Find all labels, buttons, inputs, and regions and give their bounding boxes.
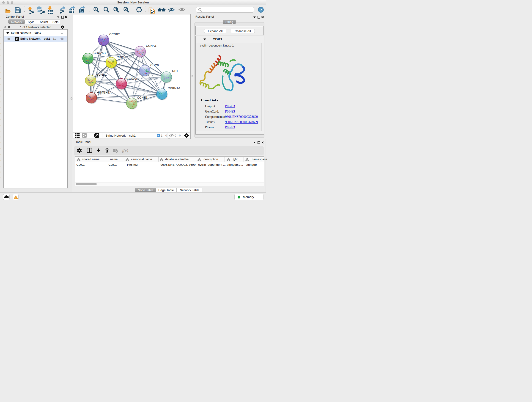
svg-text:CDC6: CDC6 bbox=[150, 64, 159, 67]
svg-text:?: ? bbox=[260, 8, 262, 12]
svg-text:CCNB2: CCNB2 bbox=[109, 32, 120, 36]
svg-text:1 – 0: 1 – 0 bbox=[161, 134, 167, 137]
svg-text:CCNA1: CCNA1 bbox=[146, 44, 157, 47]
svg-text:CCNA2: CCNA2 bbox=[127, 77, 137, 80]
svg-text:f(x): f(x) bbox=[122, 148, 128, 153]
svg-text:CDK1: CDK1 bbox=[117, 56, 125, 59]
svg-text:0 – 0: 0 – 0 bbox=[175, 134, 181, 137]
svg-text:HIST1H1A: HIST1H1A bbox=[97, 91, 112, 94]
svg-text:CCNE1: CCNE1 bbox=[137, 96, 147, 99]
svg-text:String Network – cdk1: String Network – cdk1 bbox=[105, 134, 136, 137]
svg-text:CDC25B: CDC25B bbox=[94, 51, 106, 55]
svg-text:RB1: RB1 bbox=[172, 69, 178, 73]
svg-text:CDKN1A: CDKN1A bbox=[168, 86, 180, 90]
svg-text:CCNB1: CCNB1 bbox=[96, 73, 107, 76]
